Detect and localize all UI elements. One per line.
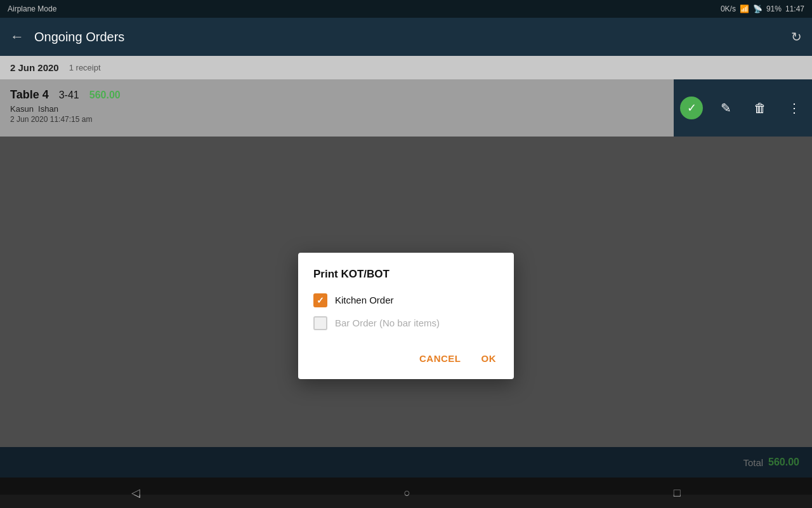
print-dialog: Print KOT/BOT Kitchen Order Bar Order (N… — [298, 253, 514, 379]
order-table: Table 4 — [10, 88, 49, 102]
time-label: 11:47 — [785, 4, 804, 13]
ok-button[interactable]: OK — [479, 348, 499, 369]
cancel-button[interactable]: CANCEL — [417, 348, 464, 369]
wifi-icon: 📡 — [753, 4, 763, 13]
dialog-title: Print KOT/BOT — [313, 268, 499, 281]
order-id: 3-41 — [59, 90, 79, 101]
check-icon: ✓ — [687, 101, 697, 115]
receipt-count: 1 receipt — [69, 63, 101, 72]
kitchen-order-checkbox[interactable] — [313, 293, 327, 307]
more-icon: ⋮ — [788, 100, 801, 116]
back-button[interactable]: ← — [10, 29, 24, 45]
battery-label: 91% — [766, 4, 782, 13]
refresh-button[interactable]: ↻ — [791, 29, 802, 44]
check-button[interactable]: ✓ — [680, 97, 703, 119]
order-staff: Kasun Ishan — [10, 104, 664, 114]
dialog-overlay: Print KOT/BOT Kitchen Order Bar Order (N… — [0, 137, 812, 495]
page-title: Ongoing Orders — [34, 30, 781, 44]
bar-order-option: Bar Order (No bar items) — [313, 316, 499, 330]
order-amount: 560.00 — [89, 90, 121, 101]
staff1: Kasun — [10, 104, 34, 114]
status-bar-left: Airplane Mode — [8, 4, 56, 13]
edit-button[interactable]: ✎ — [714, 97, 737, 119]
date-label: 2 Jun 2020 — [10, 62, 59, 73]
staff2: Ishan — [38, 104, 58, 114]
kitchen-order-option[interactable]: Kitchen Order — [313, 293, 499, 307]
more-button[interactable]: ⋮ — [783, 97, 806, 119]
bar-order-label: Bar Order (No bar items) — [335, 318, 440, 328]
main-content: Print KOT/BOT Kitchen Order Bar Order (N… — [0, 137, 812, 495]
edit-icon: ✎ — [721, 100, 731, 116]
date-header: 2 Jun 2020 1 receipt — [0, 56, 812, 79]
order-actions: ✓ ✎ 🗑 ⋮ — [674, 79, 812, 137]
signal-icon: 📶 — [740, 4, 749, 13]
delete-button[interactable]: 🗑 — [749, 97, 771, 119]
order-datetime: 2 Jun 2020 11:47:15 am — [10, 115, 664, 124]
app-bar: ← Ongoing Orders ↻ — [0, 18, 812, 56]
order-info: Table 4 3-41 560.00 Kasun Ishan 2 Jun 20… — [0, 79, 674, 137]
network-speed: 0K/s — [721, 4, 736, 13]
order-row[interactable]: Table 4 3-41 560.00 Kasun Ishan 2 Jun 20… — [0, 79, 812, 137]
delete-icon: 🗑 — [754, 101, 766, 116]
status-bar-right: 0K/s 📶 📡 91% 11:47 — [721, 4, 804, 13]
dialog-actions: CANCEL OK — [313, 343, 499, 369]
bar-order-checkbox — [313, 316, 327, 330]
airplane-mode-label: Airplane Mode — [8, 4, 56, 13]
kitchen-order-label: Kitchen Order — [335, 295, 394, 305]
status-bar: Airplane Mode 0K/s 📶 📡 91% 11:47 — [0, 0, 812, 18]
